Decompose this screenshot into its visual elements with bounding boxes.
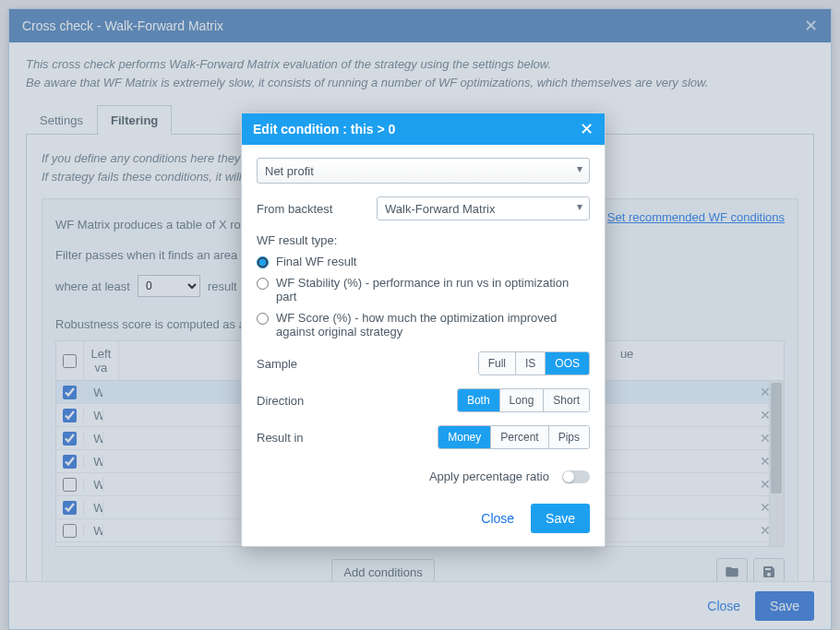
result-in-money[interactable]: Money — [438, 426, 490, 448]
radio-wf-stability-input[interactable] — [257, 278, 269, 290]
radio-wf-score[interactable]: WF Score (%) - how much the optimization… — [257, 311, 590, 339]
sample-is[interactable]: IS — [515, 352, 545, 374]
wf-result-type-group: Final WF result WF Stability (%) - perfo… — [257, 255, 590, 339]
edit-condition-dialog: Edit condition : this > 0 ✕ Net profit F… — [241, 113, 606, 547]
from-backtest-label: From backtest — [257, 202, 377, 216]
apply-percentage-label: Apply percentage ratio — [429, 470, 549, 483]
sample-oos[interactable]: OOS — [545, 352, 589, 374]
wf-result-type-label: WF result type: — [257, 233, 590, 247]
result-in-pips[interactable]: Pips — [548, 426, 589, 448]
radio-wf-score-input[interactable] — [257, 313, 269, 325]
direction-both[interactable]: Both — [458, 389, 499, 411]
metric-select[interactable]: Net profit — [257, 158, 590, 184]
edit-condition-close-button[interactable]: Close — [481, 511, 514, 526]
edit-condition-title: Edit condition : this > 0 — [253, 122, 395, 137]
edit-condition-titlebar: Edit condition : this > 0 ✕ — [242, 113, 605, 145]
direction-label: Direction — [257, 394, 377, 408]
sample-label: Sample — [257, 357, 377, 371]
result-in-label: Result in — [257, 431, 377, 445]
from-backtest-select[interactable]: Walk-Forward Matrix — [377, 196, 590, 220]
result-in-percent[interactable]: Percent — [490, 426, 547, 448]
radio-wf-stability[interactable]: WF Stability (%) - performance in run vs… — [257, 276, 590, 303]
radio-final-wf-input[interactable] — [257, 256, 269, 268]
result-in-segment: Money Percent Pips — [438, 425, 590, 449]
edit-condition-save-button[interactable]: Save — [531, 504, 590, 533]
edit-condition-close-icon[interactable]: ✕ — [580, 119, 594, 139]
sample-segment: Full IS OOS — [478, 351, 590, 375]
apply-percentage-toggle[interactable] — [562, 470, 590, 483]
direction-short[interactable]: Short — [543, 389, 589, 411]
direction-long[interactable]: Long — [499, 389, 544, 411]
radio-final-wf[interactable]: Final WF result — [257, 255, 590, 268]
sample-full[interactable]: Full — [479, 352, 515, 374]
edit-condition-footer: Close Save — [242, 493, 605, 546]
direction-segment: Both Long Short — [457, 388, 590, 412]
